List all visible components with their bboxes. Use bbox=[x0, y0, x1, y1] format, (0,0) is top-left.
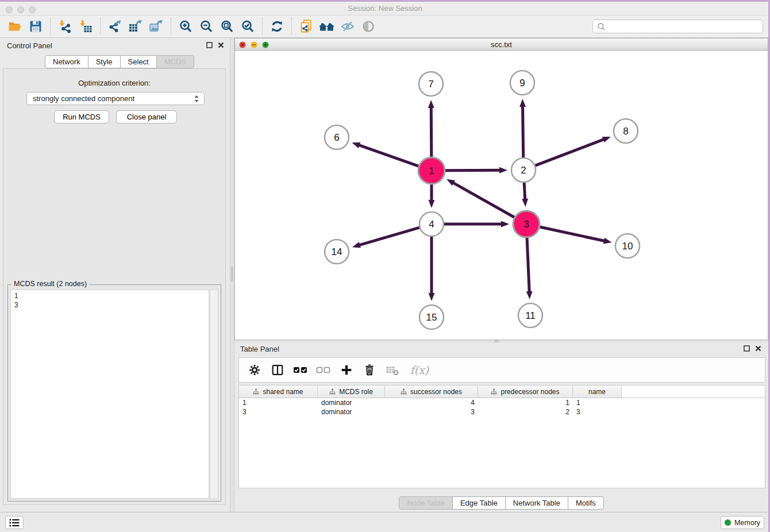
tab-edge-table[interactable]: Edge Table bbox=[452, 496, 506, 510]
tab-network-table[interactable]: Network Table bbox=[505, 496, 568, 510]
tab-node-table[interactable]: Node Table bbox=[399, 496, 453, 510]
tab-select[interactable]: Select bbox=[120, 55, 157, 68]
edge-arrowhead bbox=[519, 99, 526, 107]
zoom-fit-button[interactable] bbox=[217, 17, 237, 36]
column-header-predecessor-nodes[interactable]: predecessor nodes bbox=[478, 385, 573, 398]
table-cell[interactable]: dominator bbox=[318, 407, 385, 417]
close-panel-icon[interactable] bbox=[755, 345, 761, 352]
deselect-all-button[interactable] bbox=[316, 364, 331, 376]
tab-network[interactable]: Network bbox=[45, 55, 88, 68]
open-network-in-window-button[interactable] bbox=[296, 17, 317, 36]
column-header-MCDS-role[interactable]: MCDS role bbox=[318, 385, 385, 398]
node-table[interactable]: shared nameMCDS rolesuccessor nodesprede… bbox=[238, 385, 765, 488]
memory-button[interactable]: Memory bbox=[721, 516, 764, 529]
graph-node-8[interactable]: 8 bbox=[614, 119, 638, 143]
table-cell[interactable]: 3 bbox=[239, 407, 318, 417]
close-panel-icon[interactable] bbox=[218, 42, 224, 48]
mcds-result-title: MCDS result (2 nodes) bbox=[11, 280, 89, 288]
home-button[interactable] bbox=[317, 17, 337, 36]
table-row[interactable]: 3dominator323 bbox=[239, 407, 765, 417]
criterion-dropdown[interactable]: strongly connected component bbox=[26, 92, 205, 105]
table-cell[interactable]: 3 bbox=[573, 407, 622, 417]
table-cell[interactable]: dominator bbox=[318, 398, 385, 407]
save-session-button[interactable] bbox=[25, 17, 46, 36]
tab-style[interactable]: Style bbox=[88, 55, 121, 68]
delete-table-button[interactable] bbox=[385, 364, 400, 376]
save-icon bbox=[29, 20, 43, 33]
delete-column-button[interactable] bbox=[362, 364, 377, 376]
graph-node-4[interactable]: 4 bbox=[419, 212, 444, 236]
graph-node-9[interactable]: 9 bbox=[510, 71, 534, 95]
graph-node-3[interactable]: 3 bbox=[513, 211, 540, 237]
close-panel-button[interactable]: Close panel bbox=[116, 110, 177, 124]
table-cell[interactable]: 1 bbox=[478, 398, 573, 407]
graph-node-15[interactable]: 15 bbox=[419, 305, 444, 329]
node-label: 9 bbox=[519, 78, 525, 88]
graph-edge-1-7[interactable] bbox=[431, 106, 432, 157]
export-table-button[interactable] bbox=[125, 17, 146, 36]
edge-arrowhead bbox=[429, 293, 435, 301]
network-canvas[interactable]: 1234678910111415 bbox=[234, 51, 768, 340]
graph-node-6[interactable]: 6 bbox=[325, 125, 349, 149]
table-cell[interactable]: 1 bbox=[239, 398, 318, 407]
export-network-button[interactable] bbox=[105, 17, 125, 36]
select-all-button[interactable] bbox=[293, 364, 308, 376]
splitter-grip[interactable] bbox=[231, 267, 233, 282]
import-table-button[interactable] bbox=[75, 17, 96, 36]
task-history-button[interactable] bbox=[5, 516, 24, 529]
table-cell[interactable]: 4 bbox=[385, 398, 478, 407]
zoom-selected-button[interactable] bbox=[237, 17, 258, 36]
import-network-button[interactable] bbox=[55, 17, 75, 36]
search-input[interactable] bbox=[606, 22, 763, 31]
export-image-button[interactable] bbox=[146, 17, 167, 36]
zoom-in-button[interactable] bbox=[175, 17, 196, 36]
main-toolbar bbox=[0, 16, 770, 38]
float-panel-icon[interactable] bbox=[744, 345, 750, 352]
float-panel-icon[interactable] bbox=[206, 42, 213, 48]
add-column-button[interactable] bbox=[339, 364, 354, 376]
column-header-successor-nodes[interactable]: successor nodes bbox=[385, 385, 478, 398]
graph-node-10[interactable]: 10 bbox=[615, 234, 640, 258]
graph-edge-4-14[interactable] bbox=[358, 228, 419, 245]
table-cell[interactable]: 3 bbox=[385, 407, 478, 417]
hide-details-button[interactable] bbox=[337, 17, 358, 36]
graph-node-2[interactable]: 2 bbox=[511, 158, 536, 182]
run-mcds-button[interactable]: Run MCDS bbox=[54, 110, 109, 124]
open-session-button[interactable] bbox=[5, 17, 25, 36]
edge-arrowhead bbox=[501, 221, 509, 228]
refresh-view-button[interactable] bbox=[267, 17, 287, 36]
table-cell[interactable]: 1 bbox=[573, 398, 622, 407]
graph-edge-2-3[interactable] bbox=[524, 183, 525, 201]
table-row[interactable]: 1dominator411 bbox=[239, 398, 765, 407]
zoom-out-button[interactable] bbox=[196, 17, 217, 36]
tab-mcds[interactable]: MCDS bbox=[156, 55, 194, 68]
zoom-out-icon bbox=[199, 20, 213, 33]
network-window-titlebar[interactable]: scc.txt bbox=[234, 38, 768, 51]
graph-node-7[interactable]: 7 bbox=[419, 72, 443, 96]
column-header-shared-name[interactable]: shared name bbox=[239, 385, 318, 398]
edge-arrowhead bbox=[352, 142, 360, 148]
show-details-button[interactable] bbox=[358, 17, 379, 36]
result-scrollbar[interactable] bbox=[210, 290, 218, 499]
graph-edge-2-8[interactable] bbox=[536, 139, 605, 165]
graph-edge-2-9[interactable] bbox=[523, 105, 523, 157]
search-box[interactable] bbox=[592, 20, 763, 33]
graph-node-11[interactable]: 11 bbox=[518, 303, 542, 327]
graph-edge-3-10[interactable] bbox=[540, 227, 605, 241]
graph-edge-1-6[interactable] bbox=[358, 145, 419, 166]
trash-icon bbox=[363, 364, 376, 376]
tab-motifs[interactable]: Motifs bbox=[568, 496, 604, 510]
graph-edge-3-1[interactable] bbox=[452, 182, 514, 217]
table-cell[interactable]: 2 bbox=[478, 407, 573, 417]
panel-splitter[interactable] bbox=[230, 38, 234, 512]
mcds-result-list[interactable]: 1 3 bbox=[10, 290, 209, 499]
graph-edge-3-11[interactable] bbox=[527, 238, 529, 293]
graph-node-1[interactable]: 1 bbox=[418, 157, 445, 184]
table-settings-button[interactable] bbox=[247, 364, 262, 376]
toolbar-separator bbox=[262, 18, 263, 35]
column-header-name[interactable]: name bbox=[573, 385, 622, 398]
split-view-button[interactable] bbox=[270, 364, 285, 376]
graph-edge-1-2[interactable] bbox=[445, 170, 501, 171]
graph-node-14[interactable]: 14 bbox=[325, 240, 349, 264]
function-builder-button[interactable]: f(x) bbox=[408, 364, 431, 376]
